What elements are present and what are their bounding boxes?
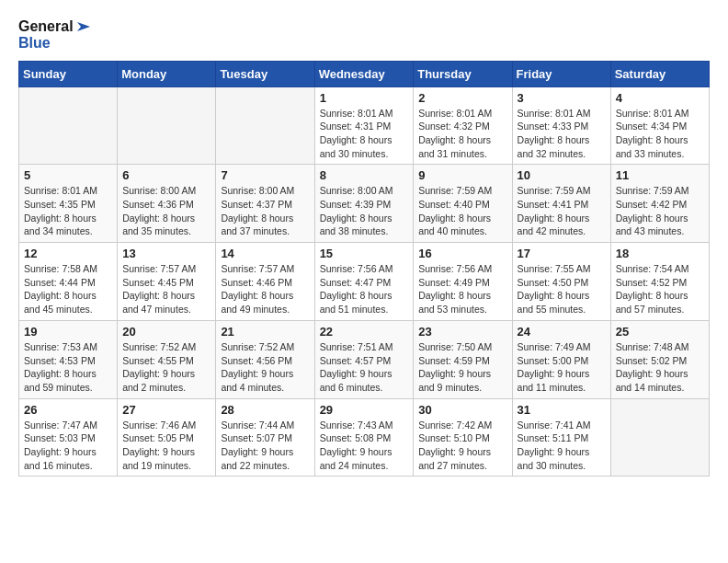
weekday-header-saturday: Saturday	[610, 61, 709, 86]
day-info: Sunrise: 8:01 AM Sunset: 4:35 PM Dayligh…	[24, 184, 112, 238]
week-row-2: 5Sunrise: 8:01 AM Sunset: 4:35 PM Daylig…	[19, 165, 710, 243]
day-info: Sunrise: 7:51 AM Sunset: 4:57 PM Dayligh…	[320, 340, 409, 395]
day-cell: 2Sunrise: 8:01 AM Sunset: 4:32 PM Daylig…	[414, 86, 512, 165]
day-number: 11	[616, 168, 704, 182]
day-info: Sunrise: 7:52 AM Sunset: 4:55 PM Dayligh…	[122, 340, 210, 395]
day-number: 30	[418, 403, 506, 417]
calendar-table: SundayMondayTuesdayWednesdayThursdayFrid…	[18, 61, 710, 477]
day-info: Sunrise: 7:47 AM Sunset: 5:03 PM Dayligh…	[24, 419, 112, 473]
day-info: Sunrise: 7:58 AM Sunset: 4:44 PM Dayligh…	[24, 262, 112, 316]
day-number: 25	[616, 325, 704, 339]
day-info: Sunrise: 7:48 AM Sunset: 5:02 PM Dayligh…	[616, 340, 704, 395]
day-number: 19	[24, 325, 112, 339]
day-number: 16	[418, 247, 506, 260]
day-info: Sunrise: 8:00 AM Sunset: 4:39 PM Dayligh…	[320, 184, 409, 238]
day-cell: 17Sunrise: 7:55 AM Sunset: 4:50 PM Dayli…	[512, 243, 610, 321]
weekday-header-wednesday: Wednesday	[314, 61, 414, 86]
day-info: Sunrise: 7:53 AM Sunset: 4:53 PM Dayligh…	[24, 340, 112, 395]
day-number: 3	[518, 91, 606, 105]
day-cell: 16Sunrise: 7:56 AM Sunset: 4:49 PM Dayli…	[414, 243, 512, 321]
day-cell: 31Sunrise: 7:41 AM Sunset: 5:11 PM Dayli…	[512, 398, 610, 477]
weekday-header-sunday: Sunday	[19, 61, 118, 86]
day-info: Sunrise: 7:43 AM Sunset: 5:08 PM Dayligh…	[320, 419, 409, 473]
day-cell: 5Sunrise: 8:01 AM Sunset: 4:35 PM Daylig…	[19, 165, 118, 243]
day-number: 29	[320, 403, 409, 417]
weekday-header-monday: Monday	[118, 61, 216, 86]
day-cell: 8Sunrise: 8:00 AM Sunset: 4:39 PM Daylig…	[314, 165, 414, 243]
day-number: 13	[122, 247, 210, 260]
day-info: Sunrise: 8:01 AM Sunset: 4:31 PM Dayligh…	[320, 107, 409, 161]
day-info: Sunrise: 8:01 AM Sunset: 4:33 PM Dayligh…	[518, 107, 606, 161]
week-row-1: 1Sunrise: 8:01 AM Sunset: 4:31 PM Daylig…	[19, 86, 710, 165]
day-cell: 13Sunrise: 7:57 AM Sunset: 4:45 PM Dayli…	[118, 243, 216, 321]
day-cell: 19Sunrise: 7:53 AM Sunset: 4:53 PM Dayli…	[19, 320, 118, 398]
day-number: 17	[518, 247, 606, 260]
day-info: Sunrise: 7:42 AM Sunset: 5:10 PM Dayligh…	[418, 419, 506, 473]
day-number: 18	[616, 247, 704, 260]
weekday-header-thursday: Thursday	[414, 61, 512, 86]
day-info: Sunrise: 7:46 AM Sunset: 5:05 PM Dayligh…	[122, 419, 210, 473]
day-number: 8	[320, 168, 409, 182]
day-info: Sunrise: 8:00 AM Sunset: 4:36 PM Dayligh…	[122, 184, 210, 238]
day-cell: 30Sunrise: 7:42 AM Sunset: 5:10 PM Dayli…	[414, 398, 512, 477]
logo-text: General Blue	[18, 18, 92, 52]
day-number: 7	[221, 168, 309, 182]
day-info: Sunrise: 8:01 AM Sunset: 4:32 PM Dayligh…	[418, 107, 506, 161]
day-number: 15	[320, 247, 409, 260]
day-info: Sunrise: 7:59 AM Sunset: 4:42 PM Dayligh…	[616, 184, 704, 238]
day-cell: 6Sunrise: 8:00 AM Sunset: 4:36 PM Daylig…	[118, 165, 216, 243]
logo: General Blue	[18, 18, 92, 52]
day-cell: 10Sunrise: 7:59 AM Sunset: 4:41 PM Dayli…	[512, 165, 610, 243]
day-info: Sunrise: 7:52 AM Sunset: 4:56 PM Dayligh…	[221, 340, 309, 395]
day-info: Sunrise: 7:55 AM Sunset: 4:50 PM Dayligh…	[518, 262, 606, 316]
day-number: 26	[24, 403, 112, 417]
day-cell: 14Sunrise: 7:57 AM Sunset: 4:46 PM Dayli…	[216, 243, 314, 321]
day-info: Sunrise: 8:00 AM Sunset: 4:37 PM Dayligh…	[221, 184, 309, 238]
day-info: Sunrise: 7:59 AM Sunset: 4:40 PM Dayligh…	[418, 184, 506, 238]
day-cell: 27Sunrise: 7:46 AM Sunset: 5:05 PM Dayli…	[118, 398, 216, 477]
day-number: 24	[518, 325, 606, 339]
day-cell	[19, 86, 118, 165]
day-cell: 3Sunrise: 8:01 AM Sunset: 4:33 PM Daylig…	[512, 86, 610, 165]
day-cell	[216, 86, 314, 165]
day-number: 23	[418, 325, 506, 339]
day-info: Sunrise: 7:54 AM Sunset: 4:52 PM Dayligh…	[616, 262, 704, 316]
day-number: 14	[221, 247, 309, 260]
day-cell: 23Sunrise: 7:50 AM Sunset: 4:59 PM Dayli…	[414, 320, 512, 398]
day-number: 21	[221, 325, 309, 339]
day-info: Sunrise: 7:57 AM Sunset: 4:46 PM Dayligh…	[221, 262, 309, 316]
day-info: Sunrise: 7:50 AM Sunset: 4:59 PM Dayligh…	[418, 340, 506, 395]
day-number: 27	[122, 403, 210, 417]
day-number: 22	[320, 325, 409, 339]
day-number: 5	[24, 168, 112, 182]
logo-general: General	[18, 18, 74, 35]
day-number: 2	[418, 91, 506, 105]
weekday-header-row: SundayMondayTuesdayWednesdayThursdayFrid…	[19, 61, 710, 86]
logo-blue: Blue	[18, 35, 92, 52]
day-cell: 12Sunrise: 7:58 AM Sunset: 4:44 PM Dayli…	[19, 243, 118, 321]
day-info: Sunrise: 7:59 AM Sunset: 4:41 PM Dayligh…	[518, 184, 606, 238]
day-cell	[610, 398, 709, 477]
day-number: 10	[518, 168, 606, 182]
day-cell: 24Sunrise: 7:49 AM Sunset: 5:00 PM Dayli…	[512, 320, 610, 398]
day-cell: 21Sunrise: 7:52 AM Sunset: 4:56 PM Dayli…	[216, 320, 314, 398]
day-cell: 15Sunrise: 7:56 AM Sunset: 4:47 PM Dayli…	[314, 243, 414, 321]
day-info: Sunrise: 7:49 AM Sunset: 5:00 PM Dayligh…	[518, 340, 606, 395]
day-info: Sunrise: 7:56 AM Sunset: 4:47 PM Dayligh…	[320, 262, 409, 316]
day-cell: 4Sunrise: 8:01 AM Sunset: 4:34 PM Daylig…	[610, 86, 709, 165]
day-cell: 28Sunrise: 7:44 AM Sunset: 5:07 PM Dayli…	[216, 398, 314, 477]
day-number: 12	[24, 247, 112, 260]
week-row-4: 19Sunrise: 7:53 AM Sunset: 4:53 PM Dayli…	[19, 320, 710, 398]
day-info: Sunrise: 8:01 AM Sunset: 4:34 PM Dayligh…	[616, 107, 704, 161]
day-cell: 25Sunrise: 7:48 AM Sunset: 5:02 PM Dayli…	[610, 320, 709, 398]
day-number: 6	[122, 168, 210, 182]
day-info: Sunrise: 7:44 AM Sunset: 5:07 PM Dayligh…	[221, 419, 309, 473]
day-cell: 9Sunrise: 7:59 AM Sunset: 4:40 PM Daylig…	[414, 165, 512, 243]
day-cell: 18Sunrise: 7:54 AM Sunset: 4:52 PM Dayli…	[610, 243, 709, 321]
svg-marker-0	[77, 22, 90, 31]
day-info: Sunrise: 7:57 AM Sunset: 4:45 PM Dayligh…	[122, 262, 210, 316]
day-number: 1	[320, 91, 409, 105]
day-number: 28	[221, 403, 309, 417]
day-number: 9	[418, 168, 506, 182]
day-cell	[118, 86, 216, 165]
